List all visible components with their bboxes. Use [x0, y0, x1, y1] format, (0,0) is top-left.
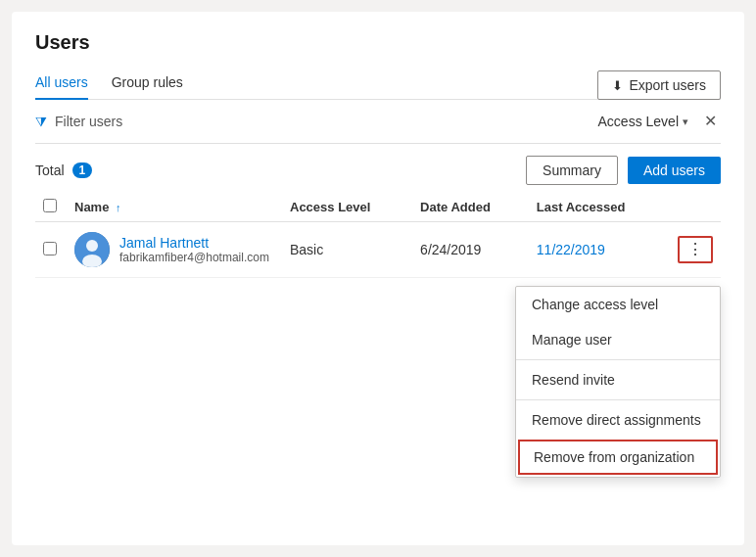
summary-button[interactable]: Summary [526, 156, 618, 185]
filter-icon: ⧩ [35, 114, 47, 130]
last-accessed-cell: 11/22/2019 [529, 222, 670, 278]
access-level-filter-label: Access Level [598, 114, 679, 129]
user-email: fabrikamfiber4@hotmail.com [119, 251, 269, 264]
tab-all-users[interactable]: All users [35, 67, 88, 100]
right-actions: Summary Add users [526, 156, 721, 185]
th-last-accessed: Last Accessed [529, 193, 670, 222]
add-users-button[interactable]: Add users [628, 157, 721, 184]
table-row: Jamal Hartnett fabrikamfiber4@hotmail.co… [35, 222, 721, 278]
export-icon: ⬇ [612, 78, 623, 93]
menu-divider-1 [516, 359, 720, 360]
export-button[interactable]: ⬇ Export users [597, 70, 721, 100]
svg-point-1 [86, 240, 98, 252]
menu-item-resend-invite[interactable]: Resend invite [516, 362, 720, 397]
context-menu: Change access level Manage user Resend i… [515, 286, 721, 478]
filter-close-button[interactable]: ✕ [700, 112, 721, 131]
th-actions [670, 193, 721, 222]
right-toolbar: Access Level ▾ ✕ [598, 112, 721, 131]
row-checkbox-cell [35, 222, 67, 278]
actions-cell: ⋮ [670, 222, 721, 278]
access-level-filter[interactable]: Access Level ▾ [598, 114, 688, 129]
user-details: Jamal Hartnett fabrikamfiber4@hotmail.co… [119, 235, 269, 264]
menu-item-remove-direct[interactable]: Remove direct assignments [516, 402, 720, 438]
total-badge: Total 1 [35, 162, 92, 178]
users-table: Name ↑ Access Level Date Added Last Acce… [35, 193, 721, 278]
th-access-level: Access Level [282, 193, 412, 222]
filter-section[interactable]: ⧩ Filter users [35, 114, 122, 130]
chevron-down-icon: ▾ [683, 116, 688, 128]
date-added-cell: 6/24/2019 [412, 222, 529, 278]
access-level-cell: Basic [282, 222, 412, 278]
toolbar-row: ⧩ Filter users Access Level ▾ ✕ [35, 100, 721, 144]
th-date-added: Date Added [412, 193, 529, 222]
tab-group-rules[interactable]: Group rules [112, 67, 183, 100]
th-select-all [35, 193, 67, 222]
page-title: Users [35, 31, 721, 54]
menu-item-remove-org[interactable]: Remove from organization [518, 440, 718, 475]
th-name[interactable]: Name ↑ [67, 193, 282, 222]
total-count: 1 [72, 162, 93, 178]
sort-asc-icon: ↑ [116, 202, 121, 213]
menu-item-change-access[interactable]: Change access level [516, 287, 720, 322]
avatar [74, 232, 110, 267]
row-checkbox[interactable] [43, 242, 57, 255]
select-all-checkbox[interactable] [43, 199, 57, 212]
more-actions-button[interactable]: ⋮ [678, 236, 713, 263]
export-button-label: Export users [629, 77, 706, 93]
page-container: Users ⬇ Export users All users Group rul… [12, 12, 744, 545]
summary-section: Total 1 Summary Add users [35, 144, 721, 193]
menu-item-manage-user[interactable]: Manage user [516, 322, 720, 357]
menu-divider-2 [516, 399, 720, 400]
user-name-cell: Jamal Hartnett fabrikamfiber4@hotmail.co… [67, 222, 282, 278]
filter-label: Filter users [55, 114, 122, 129]
user-name[interactable]: Jamal Hartnett [119, 235, 269, 251]
user-info: Jamal Hartnett fabrikamfiber4@hotmail.co… [74, 232, 274, 267]
total-label: Total [35, 162, 65, 178]
